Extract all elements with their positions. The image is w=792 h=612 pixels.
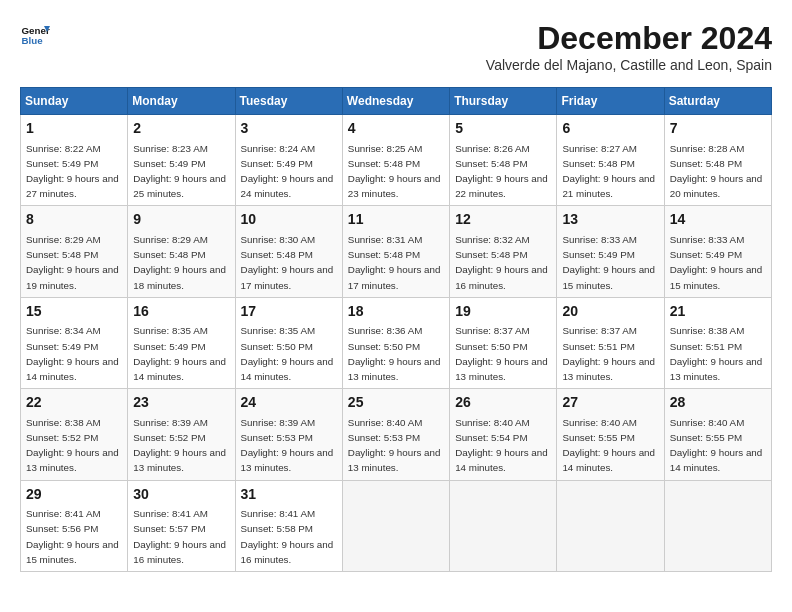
day-info: Sunrise: 8:38 AMSunset: 5:51 PMDaylight:… [670, 325, 763, 382]
day-info: Sunrise: 8:33 AMSunset: 5:49 PMDaylight:… [562, 234, 655, 291]
day-info: Sunrise: 8:23 AMSunset: 5:49 PMDaylight:… [133, 143, 226, 200]
day-info: Sunrise: 8:37 AMSunset: 5:50 PMDaylight:… [455, 325, 548, 382]
day-info: Sunrise: 8:37 AMSunset: 5:51 PMDaylight:… [562, 325, 655, 382]
calendar-cell: 21 Sunrise: 8:38 AMSunset: 5:51 PMDaylig… [664, 297, 771, 388]
day-number: 9 [133, 210, 229, 230]
calendar-cell: 6 Sunrise: 8:27 AMSunset: 5:48 PMDayligh… [557, 115, 664, 206]
day-number: 24 [241, 393, 337, 413]
day-info: Sunrise: 8:35 AMSunset: 5:49 PMDaylight:… [133, 325, 226, 382]
calendar-cell: 27 Sunrise: 8:40 AMSunset: 5:55 PMDaylig… [557, 389, 664, 480]
weekday-header: Wednesday [342, 88, 449, 115]
calendar-cell [557, 480, 664, 571]
day-info: Sunrise: 8:29 AMSunset: 5:48 PMDaylight:… [26, 234, 119, 291]
calendar-cell: 28 Sunrise: 8:40 AMSunset: 5:55 PMDaylig… [664, 389, 771, 480]
calendar-cell: 16 Sunrise: 8:35 AMSunset: 5:49 PMDaylig… [128, 297, 235, 388]
day-info: Sunrise: 8:28 AMSunset: 5:48 PMDaylight:… [670, 143, 763, 200]
day-number: 26 [455, 393, 551, 413]
day-info: Sunrise: 8:32 AMSunset: 5:48 PMDaylight:… [455, 234, 548, 291]
calendar-cell: 2 Sunrise: 8:23 AMSunset: 5:49 PMDayligh… [128, 115, 235, 206]
day-info: Sunrise: 8:22 AMSunset: 5:49 PMDaylight:… [26, 143, 119, 200]
calendar-cell: 17 Sunrise: 8:35 AMSunset: 5:50 PMDaylig… [235, 297, 342, 388]
day-number: 30 [133, 485, 229, 505]
weekday-header: Sunday [21, 88, 128, 115]
day-number: 11 [348, 210, 444, 230]
day-info: Sunrise: 8:40 AMSunset: 5:55 PMDaylight:… [670, 417, 763, 474]
day-number: 3 [241, 119, 337, 139]
title-block: December 2024 Valverde del Majano, Casti… [486, 20, 772, 83]
day-info: Sunrise: 8:30 AMSunset: 5:48 PMDaylight:… [241, 234, 334, 291]
calendar-cell: 22 Sunrise: 8:38 AMSunset: 5:52 PMDaylig… [21, 389, 128, 480]
day-number: 4 [348, 119, 444, 139]
calendar-week-row: 8 Sunrise: 8:29 AMSunset: 5:48 PMDayligh… [21, 206, 772, 297]
calendar-week-row: 1 Sunrise: 8:22 AMSunset: 5:49 PMDayligh… [21, 115, 772, 206]
calendar-cell: 4 Sunrise: 8:25 AMSunset: 5:48 PMDayligh… [342, 115, 449, 206]
day-number: 21 [670, 302, 766, 322]
svg-text:Blue: Blue [22, 35, 44, 46]
day-number: 5 [455, 119, 551, 139]
calendar-cell: 26 Sunrise: 8:40 AMSunset: 5:54 PMDaylig… [450, 389, 557, 480]
calendar-cell: 1 Sunrise: 8:22 AMSunset: 5:49 PMDayligh… [21, 115, 128, 206]
weekday-header: Saturday [664, 88, 771, 115]
day-info: Sunrise: 8:38 AMSunset: 5:52 PMDaylight:… [26, 417, 119, 474]
calendar-cell: 14 Sunrise: 8:33 AMSunset: 5:49 PMDaylig… [664, 206, 771, 297]
day-number: 22 [26, 393, 122, 413]
day-info: Sunrise: 8:27 AMSunset: 5:48 PMDaylight:… [562, 143, 655, 200]
calendar-week-row: 22 Sunrise: 8:38 AMSunset: 5:52 PMDaylig… [21, 389, 772, 480]
day-number: 14 [670, 210, 766, 230]
day-number: 20 [562, 302, 658, 322]
day-number: 6 [562, 119, 658, 139]
day-info: Sunrise: 8:40 AMSunset: 5:54 PMDaylight:… [455, 417, 548, 474]
calendar-week-row: 29 Sunrise: 8:41 AMSunset: 5:56 PMDaylig… [21, 480, 772, 571]
day-info: Sunrise: 8:24 AMSunset: 5:49 PMDaylight:… [241, 143, 334, 200]
day-number: 13 [562, 210, 658, 230]
calendar-cell: 18 Sunrise: 8:36 AMSunset: 5:50 PMDaylig… [342, 297, 449, 388]
day-number: 28 [670, 393, 766, 413]
calendar-subtitle: Valverde del Majano, Castille and Leon, … [486, 57, 772, 73]
logo: General Blue [20, 20, 50, 50]
calendar-table: SundayMondayTuesdayWednesdayThursdayFrid… [20, 87, 772, 572]
calendar-week-row: 15 Sunrise: 8:34 AMSunset: 5:49 PMDaylig… [21, 297, 772, 388]
day-number: 27 [562, 393, 658, 413]
calendar-cell [664, 480, 771, 571]
calendar-cell: 25 Sunrise: 8:40 AMSunset: 5:53 PMDaylig… [342, 389, 449, 480]
day-number: 16 [133, 302, 229, 322]
weekday-header: Tuesday [235, 88, 342, 115]
day-info: Sunrise: 8:33 AMSunset: 5:49 PMDaylight:… [670, 234, 763, 291]
weekday-header: Friday [557, 88, 664, 115]
day-number: 2 [133, 119, 229, 139]
day-info: Sunrise: 8:39 AMSunset: 5:52 PMDaylight:… [133, 417, 226, 474]
day-number: 18 [348, 302, 444, 322]
calendar-cell: 30 Sunrise: 8:41 AMSunset: 5:57 PMDaylig… [128, 480, 235, 571]
calendar-cell: 19 Sunrise: 8:37 AMSunset: 5:50 PMDaylig… [450, 297, 557, 388]
calendar-cell: 11 Sunrise: 8:31 AMSunset: 5:48 PMDaylig… [342, 206, 449, 297]
day-number: 25 [348, 393, 444, 413]
day-number: 29 [26, 485, 122, 505]
calendar-cell: 23 Sunrise: 8:39 AMSunset: 5:52 PMDaylig… [128, 389, 235, 480]
day-number: 1 [26, 119, 122, 139]
day-info: Sunrise: 8:26 AMSunset: 5:48 PMDaylight:… [455, 143, 548, 200]
page-header: General Blue December 2024 Valverde del … [20, 20, 772, 83]
calendar-title: December 2024 [486, 20, 772, 57]
day-number: 8 [26, 210, 122, 230]
weekday-header: Monday [128, 88, 235, 115]
day-number: 17 [241, 302, 337, 322]
day-number: 15 [26, 302, 122, 322]
calendar-cell: 7 Sunrise: 8:28 AMSunset: 5:48 PMDayligh… [664, 115, 771, 206]
calendar-cell: 9 Sunrise: 8:29 AMSunset: 5:48 PMDayligh… [128, 206, 235, 297]
day-number: 7 [670, 119, 766, 139]
calendar-cell: 8 Sunrise: 8:29 AMSunset: 5:48 PMDayligh… [21, 206, 128, 297]
day-number: 10 [241, 210, 337, 230]
day-number: 12 [455, 210, 551, 230]
day-info: Sunrise: 8:36 AMSunset: 5:50 PMDaylight:… [348, 325, 441, 382]
day-info: Sunrise: 8:39 AMSunset: 5:53 PMDaylight:… [241, 417, 334, 474]
calendar-cell: 20 Sunrise: 8:37 AMSunset: 5:51 PMDaylig… [557, 297, 664, 388]
day-info: Sunrise: 8:41 AMSunset: 5:58 PMDaylight:… [241, 508, 334, 565]
calendar-cell: 12 Sunrise: 8:32 AMSunset: 5:48 PMDaylig… [450, 206, 557, 297]
calendar-cell [450, 480, 557, 571]
day-info: Sunrise: 8:35 AMSunset: 5:50 PMDaylight:… [241, 325, 334, 382]
day-info: Sunrise: 8:31 AMSunset: 5:48 PMDaylight:… [348, 234, 441, 291]
calendar-cell: 24 Sunrise: 8:39 AMSunset: 5:53 PMDaylig… [235, 389, 342, 480]
day-info: Sunrise: 8:29 AMSunset: 5:48 PMDaylight:… [133, 234, 226, 291]
day-number: 31 [241, 485, 337, 505]
calendar-cell: 5 Sunrise: 8:26 AMSunset: 5:48 PMDayligh… [450, 115, 557, 206]
